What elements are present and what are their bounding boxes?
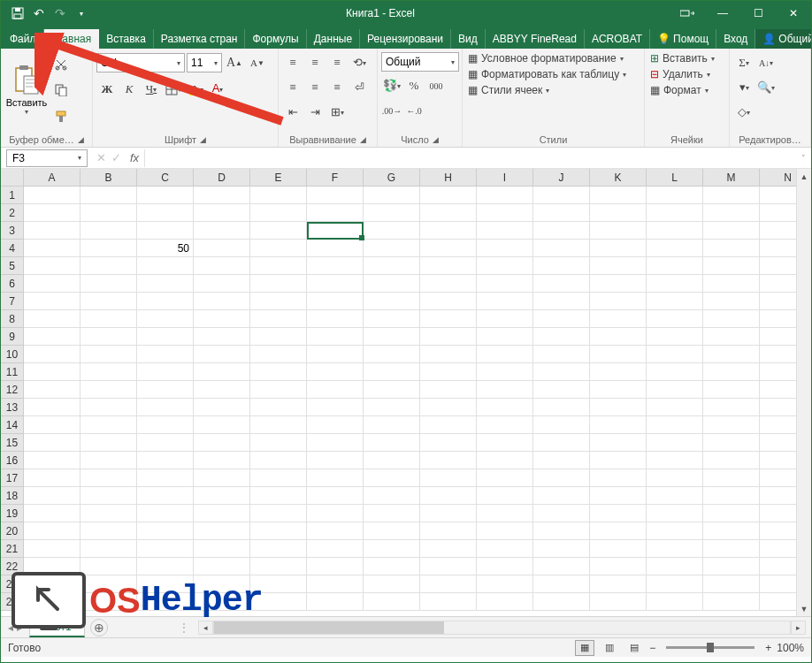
cell[interactable] [80,452,137,469]
sheet-tab-1[interactable]: Лист1 [29,617,85,637]
col-head-M[interactable]: M [703,169,760,187]
cell[interactable] [647,593,703,611]
cell[interactable] [420,575,477,593]
cell[interactable] [194,540,250,558]
cell[interactable] [477,575,533,593]
cell[interactable] [533,416,590,434]
cell[interactable] [80,399,137,416]
cell[interactable] [420,275,477,293]
row-head-2[interactable]: 2 [1,204,24,222]
cell[interactable] [24,257,80,275]
cell[interactable] [647,416,703,434]
cell[interactable] [364,346,420,363]
decrease-decimal-button[interactable]: ←.0 [403,100,425,121]
cell[interactable] [364,293,420,310]
cell[interactable] [364,399,420,416]
cell[interactable] [80,575,137,593]
cell[interactable] [533,363,590,381]
cell[interactable] [533,505,590,522]
cell[interactable] [307,275,364,293]
cell[interactable] [364,505,420,522]
cell[interactable] [24,469,80,487]
cell[interactable] [250,240,307,257]
cell[interactable] [590,257,647,275]
delete-cells-button[interactable]: ⊟Удалить▾ [647,66,727,82]
cell[interactable] [250,416,307,434]
column-headers[interactable]: ABCDEFGHIJKLMN [24,169,811,187]
cell[interactable] [24,187,80,204]
formula-bar[interactable] [144,149,796,167]
cell[interactable] [364,416,420,434]
cell[interactable] [590,363,647,381]
cell[interactable] [703,575,760,593]
cell[interactable] [533,346,590,363]
cell[interactable] [194,558,250,575]
cell[interactable] [137,505,194,522]
enter-formula-button[interactable]: ✓ [111,151,121,164]
cell[interactable] [307,540,364,558]
cell[interactable] [590,416,647,434]
cell[interactable] [194,275,250,293]
cell[interactable] [590,522,647,540]
cell[interactable] [477,381,533,399]
cell[interactable] [307,381,364,399]
percent-button[interactable]: % [403,75,425,96]
cell[interactable] [647,487,703,505]
decrease-font-button[interactable]: A▼ [247,52,268,73]
cell[interactable] [533,257,590,275]
cell[interactable] [137,187,194,204]
cell[interactable] [364,381,420,399]
scroll-up-button[interactable]: ▲ [797,169,811,184]
cell[interactable] [137,293,194,310]
cell[interactable] [647,187,703,204]
row-head-3[interactable]: 3 [1,222,24,240]
cell[interactable] [477,257,533,275]
row-head-10[interactable]: 10 [1,346,24,363]
cell[interactable] [477,293,533,310]
cell[interactable] [307,204,364,222]
save-button[interactable] [8,4,27,23]
cells-area[interactable]: 50 [24,187,811,611]
cell[interactable] [250,204,307,222]
row-head-14[interactable]: 14 [1,416,24,434]
row-head-24[interactable]: 24 [1,593,24,611]
cell[interactable] [364,452,420,469]
cell[interactable] [590,540,647,558]
cell[interactable] [647,469,703,487]
row-head-6[interactable]: 6 [1,275,24,293]
cell[interactable] [80,293,137,310]
cell[interactable] [80,240,137,257]
cell[interactable] [364,275,420,293]
cell[interactable] [24,540,80,558]
cell[interactable] [250,328,307,346]
cell[interactable] [420,363,477,381]
tab-insert[interactable]: Вставка [99,29,154,49]
cell[interactable] [477,487,533,505]
align-top-button[interactable]: ≡ [282,52,303,73]
cell[interactable] [250,575,307,593]
cell[interactable] [137,434,194,452]
cell[interactable] [703,204,760,222]
cell[interactable] [137,452,194,469]
cell[interactable] [80,505,137,522]
cell[interactable] [24,363,80,381]
page-layout-view-button[interactable]: ▥ [600,640,619,656]
sheet-nav[interactable]: ◂▸ [1,621,29,634]
cell[interactable] [647,257,703,275]
cell[interactable] [533,558,590,575]
cell[interactable] [250,187,307,204]
cell[interactable] [137,310,194,328]
cell[interactable] [533,187,590,204]
cell[interactable] [420,399,477,416]
col-head-L[interactable]: L [647,169,703,187]
cell[interactable] [307,558,364,575]
cell[interactable] [647,310,703,328]
cell[interactable] [364,593,420,611]
cell[interactable] [647,275,703,293]
fx-icon[interactable]: fx [130,151,139,164]
zoom-slider[interactable] [666,646,755,649]
cell[interactable] [194,187,250,204]
row-head-4[interactable]: 4 [1,240,24,257]
col-head-H[interactable]: H [420,169,477,187]
tab-abbyy[interactable]: ABBYY FineRead [486,29,585,49]
